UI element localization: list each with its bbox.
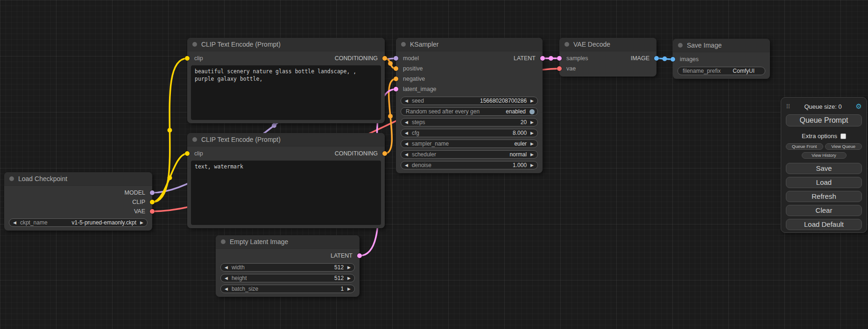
widget-batch-size[interactable]: ◀ batch_size 1 ▶ [220,285,355,293]
node-clip-text-encode-negative[interactable]: CLIP Text Encode (Prompt) clip CONDITION… [187,133,385,228]
save-button[interactable]: Save [786,163,862,174]
increment-arrow-icon[interactable]: ▶ [347,266,351,270]
node-title-bar[interactable]: Empty Latent Image [216,235,360,249]
node-title: Save Image [687,42,722,49]
output-dot-conditioning[interactable] [382,151,387,156]
decrement-arrow-icon[interactable]: ◀ [405,163,408,168]
input-dot-images[interactable] [670,57,675,62]
view-history-button[interactable]: View History [802,152,847,159]
widget-label: seed [412,98,424,104]
refresh-button[interactable]: Refresh [786,191,862,202]
link-midpoint-dot-cond-positive [388,61,393,66]
input-dot-negative[interactable] [394,77,398,81]
input-label-vae: vae [566,65,576,72]
input-dot-clip[interactable] [185,56,190,61]
input-dot-latent-image[interactable] [394,87,398,91]
increment-arrow-icon[interactable]: ▶ [347,276,351,280]
comfyui-graph-canvas[interactable]: { "nodes": { "load_checkpoint": { "title… [0,0,868,329]
prev-value-arrow-icon[interactable]: ◀ [405,153,408,157]
widget-steps[interactable]: ◀ steps 20 ▶ [401,118,538,126]
decrement-arrow-icon[interactable]: ◀ [405,131,408,135]
input-label-model: model [403,55,419,62]
node-title-bar[interactable]: Save Image [673,39,770,52]
output-dot-clip[interactable] [150,200,155,204]
input-label-samples: samples [566,55,588,62]
view-queue-button[interactable]: View Queue [825,143,862,150]
output-label-model: MODEL [125,189,145,196]
widget-denoise[interactable]: ◀ denoise 1.000 ▶ [401,161,538,169]
decrement-arrow-icon[interactable]: ◀ [225,266,228,270]
widget-seed[interactable]: ◀ seed 156680208700286 ▶ [401,97,538,105]
negative-prompt-textarea[interactable]: text, watermark [191,161,381,225]
toggle-on-indicator[interactable] [529,109,535,114]
increment-arrow-icon[interactable]: ▶ [530,163,534,168]
clear-button[interactable]: Clear [786,205,862,216]
load-button[interactable]: Load [786,177,862,188]
next-value-arrow-icon[interactable]: ▶ [530,142,534,146]
collapse-dot-icon[interactable] [192,137,197,142]
decrement-arrow-icon[interactable]: ◀ [225,276,228,280]
node-title-bar[interactable]: KSampler [396,38,543,51]
input-dot-vae[interactable] [557,66,562,71]
node-title-bar[interactable]: VAE Decode [559,38,656,51]
widget-ckpt-name[interactable]: ◀ ckpt_name v1-5-pruned-emaonly.ckpt ▶ [9,218,148,227]
node-load-checkpoint[interactable]: Load Checkpoint MODEL CLIP VAE ◀ ckpt_na… [4,172,152,231]
input-dot-positive[interactable] [394,66,398,71]
node-vae-decode[interactable]: VAE Decode samples IMAGE vae [559,38,656,77]
output-dot-vae[interactable] [150,209,155,214]
collapse-dot-icon[interactable] [9,176,14,181]
collapse-dot-icon[interactable] [192,42,197,47]
increment-arrow-icon[interactable]: ▶ [530,131,534,135]
input-dot-model[interactable] [394,56,398,61]
next-value-arrow-icon[interactable]: ▶ [140,221,143,225]
node-clip-text-encode-positive[interactable]: CLIP Text Encode (Prompt) clip CONDITION… [187,38,385,123]
settings-gear-icon[interactable]: ⚙ [856,102,862,111]
drag-handle-icon[interactable]: ⠿ [786,103,790,110]
widget-value: v1-5-pruned-emaonly.ckpt [72,219,137,226]
node-title-bar[interactable]: CLIP Text Encode (Prompt) [187,133,385,147]
prev-value-arrow-icon[interactable]: ◀ [405,142,408,146]
output-dot-latent[interactable] [540,56,545,61]
widget-label: ckpt_name [20,219,48,226]
node-title: CLIP Text Encode (Prompt) [201,136,281,143]
node-title: KSampler [410,41,438,48]
node-empty-latent-image[interactable]: Empty Latent Image LATENT ◀ width 512 ▶ … [216,235,360,297]
widget-width[interactable]: ◀ width 512 ▶ [220,263,355,272]
increment-arrow-icon[interactable]: ▶ [530,99,534,103]
collapse-dot-icon[interactable] [678,43,683,48]
output-label-latent: LATENT [331,252,353,259]
node-title-bar[interactable]: Load Checkpoint [4,172,152,186]
increment-arrow-icon[interactable]: ▶ [530,120,534,125]
decrement-arrow-icon[interactable]: ◀ [405,99,408,103]
widget-label: batch_size [232,286,258,292]
widget-cfg[interactable]: ◀ cfg 8.000 ▶ [401,129,538,137]
increment-arrow-icon[interactable]: ▶ [347,287,351,291]
decrement-arrow-icon[interactable]: ◀ [225,287,228,291]
collapse-dot-icon[interactable] [565,42,569,47]
widget-filename-prefix[interactable]: filename_prefix ComfyUI [677,67,765,75]
collapse-dot-icon[interactable] [221,239,226,244]
output-dot-model[interactable] [150,190,155,195]
next-value-arrow-icon[interactable]: ▶ [530,153,534,157]
output-dot-image[interactable] [654,56,659,61]
output-dot-latent[interactable] [357,253,362,258]
node-title-bar[interactable]: CLIP Text Encode (Prompt) [187,38,385,51]
extra-options-checkbox[interactable] [840,133,846,139]
decrement-arrow-icon[interactable]: ◀ [405,120,408,125]
widget-sampler-name[interactable]: ◀ sampler_name euler ▶ [401,140,538,148]
queue-front-button[interactable]: Queue Front [786,143,823,150]
queue-prompt-button[interactable]: Queue Prompt [786,114,862,126]
prev-value-arrow-icon[interactable]: ◀ [13,221,16,225]
load-default-button[interactable]: Load Default [786,219,862,230]
output-dot-conditioning[interactable] [382,56,387,61]
input-label-latent-image: latent_image [403,86,437,92]
node-save-image[interactable]: Save Image images filename_prefix ComfyU… [673,39,770,79]
input-dot-samples[interactable] [557,56,562,61]
node-ksampler[interactable]: KSampler model LATENT positive negative … [396,38,543,173]
input-dot-clip[interactable] [185,151,190,156]
widget-scheduler[interactable]: ◀ scheduler normal ▶ [401,150,538,159]
widget-height[interactable]: ◀ height 512 ▶ [220,274,355,282]
positive-prompt-textarea[interactable]: beautiful scenery nature glass bottle la… [191,65,381,120]
widget-random-seed-toggle[interactable]: Random seed after every gen enabled [401,107,538,116]
collapse-dot-icon[interactable] [401,42,406,47]
